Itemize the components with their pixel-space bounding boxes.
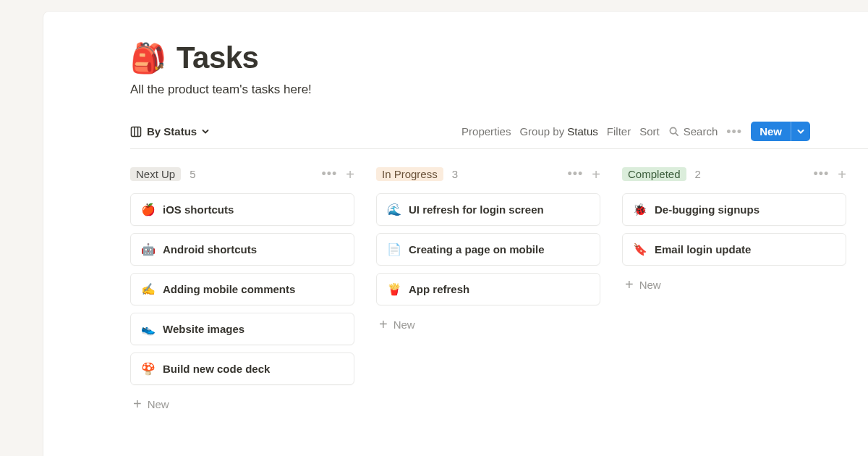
properties-button[interactable]: Properties [461,125,511,138]
column-count: 5 [190,168,195,180]
column-header: In Progress3•••+ [376,165,600,186]
card-title: Website images [163,323,244,335]
add-card-button[interactable]: +New [622,273,664,296]
column-cards: 🐞De-bugging signups🔖Email login update [622,193,846,266]
task-card[interactable]: 🌊UI refresh for login screen [376,193,600,226]
column-header: Next Up5•••+ [130,165,354,186]
plus-icon: + [625,277,634,292]
column-count: 2 [695,168,701,180]
add-card-label: New [393,318,415,331]
plus-icon: + [379,317,388,332]
card-title: Email login update [655,243,751,256]
column-cards: 🌊UI refresh for login screen📄Creating a … [376,193,600,305]
kanban-board: Next Up5•••+🍎iOS shortcuts🤖Android short… [130,165,868,415]
page-emoji-icon[interactable]: 🎒 [130,43,166,72]
view-selector[interactable]: By Status [130,125,209,138]
card-emoji-icon: 🍄 [141,362,156,376]
task-card[interactable]: 🔖Email login update [622,233,846,266]
card-title: Creating a page on mobile [409,243,545,256]
card-emoji-icon: 🌊 [387,203,401,216]
page-title[interactable]: Tasks [176,41,258,75]
view-label: By Status [147,125,197,138]
column-header: Completed2•••+ [622,165,846,186]
svg-point-3 [670,127,676,133]
filter-button[interactable]: Filter [607,125,631,138]
page-container: 🎒 Tasks All the product team's tasks her… [43,12,868,456]
plus-icon: + [133,397,142,411]
card-title: De-bugging signups [655,203,760,216]
board-column: Completed2•••+🐞De-bugging signups🔖Email … [622,165,846,415]
card-title: App refresh [409,283,469,295]
column-add-icon[interactable]: + [346,167,354,182]
card-title: UI refresh for login screen [409,203,544,216]
more-options-button[interactable]: ••• [726,125,742,138]
column-more-icon[interactable]: ••• [813,166,829,182]
column-more-icon[interactable]: ••• [567,166,583,182]
group-by-label: Group by [519,125,564,138]
card-title: iOS shortcuts [163,203,234,216]
column-actions: •••+ [813,166,846,182]
card-emoji-icon: 🍟 [387,282,401,296]
card-title: Android shortcuts [163,243,257,256]
task-card[interactable]: ✍️Adding mobile comments [130,273,354,305]
column-cards: 🍎iOS shortcuts🤖Android shortcuts✍️Adding… [130,193,354,385]
page-content: 🎒 Tasks All the product team's tasks her… [43,12,868,415]
svg-rect-0 [132,127,141,136]
page-subtitle[interactable]: All the product team's tasks here! [130,83,810,97]
task-card[interactable]: 👟Website images [130,313,354,345]
card-emoji-icon: 🍎 [141,203,156,216]
board-column: Next Up5•••+🍎iOS shortcuts🤖Android short… [130,165,354,415]
task-card[interactable]: 🍟App refresh [376,273,600,305]
chevron-down-icon [202,128,209,135]
card-emoji-icon: 🔖 [633,242,647,256]
task-card[interactable]: 🐞De-bugging signups [622,193,846,226]
card-emoji-icon: 👟 [141,322,156,336]
task-card[interactable]: 🍎iOS shortcuts [130,193,354,226]
title-row: 🎒 Tasks [130,41,810,75]
card-title: Adding mobile comments [163,283,295,295]
new-button-label: New [751,122,791,141]
column-status-tag[interactable]: Next Up [130,167,181,181]
add-card-label: New [148,398,169,410]
add-card-label: New [639,279,661,291]
task-card[interactable]: 📄Creating a page on mobile [376,233,600,266]
card-emoji-icon: 📄 [387,242,401,256]
search-icon [668,126,679,137]
sort-button[interactable]: Sort [639,125,660,138]
column-add-icon[interactable]: + [838,167,846,182]
card-title: Build new code deck [163,363,270,375]
add-card-button[interactable]: +New [130,392,172,415]
column-more-icon[interactable]: ••• [321,166,337,182]
group-by-button[interactable]: Group by Status [519,125,597,138]
search-label: Search [684,125,718,138]
card-emoji-icon: 🤖 [141,242,156,256]
svg-line-4 [676,133,678,135]
column-add-icon[interactable]: + [592,167,600,182]
new-button-caret[interactable] [791,122,810,141]
view-toolbar: By Status Properties Group by Status Fil… [130,122,868,149]
column-status-tag[interactable]: In Progress [376,167,443,181]
card-emoji-icon: 🐞 [633,203,647,216]
page-header: 🎒 Tasks All the product team's tasks her… [130,41,868,97]
card-emoji-icon: ✍️ [141,282,156,296]
task-card[interactable]: 🤖Android shortcuts [130,233,354,266]
column-count: 3 [452,168,458,180]
task-card[interactable]: 🍄Build new code deck [130,352,354,385]
column-status-tag[interactable]: Completed [622,167,686,181]
search-button[interactable]: Search [668,125,718,138]
board-column: In Progress3•••+🌊UI refresh for login sc… [376,165,600,415]
new-button[interactable]: New [751,122,810,141]
column-actions: •••+ [567,166,600,182]
group-by-value: Status [567,125,598,138]
board-icon [130,126,142,138]
add-card-button[interactable]: +New [376,313,418,336]
column-actions: •••+ [321,166,354,182]
